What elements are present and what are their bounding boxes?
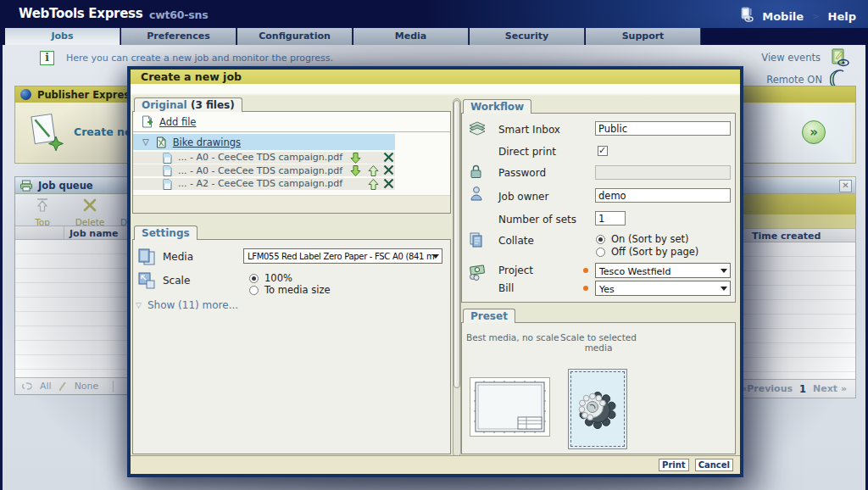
file-name[interactable]: ... - A0 - CeeCee TDS campaign.pdf bbox=[178, 152, 342, 163]
collate-on-label: On (Sort by set) bbox=[611, 233, 689, 245]
radio-media-icon[interactable] bbox=[249, 286, 259, 295]
view-events-link[interactable]: View events bbox=[761, 47, 850, 69]
remove-file-icon[interactable] bbox=[383, 164, 394, 175]
previous-page-link[interactable]: «Previous bbox=[741, 383, 793, 394]
media-select[interactable]: LFM055 Red Label Zero Paper - FSC A0 (84… bbox=[243, 248, 442, 264]
file-group-link[interactable]: Bike drawings bbox=[173, 136, 241, 148]
dialog-scrollbar[interactable] bbox=[453, 98, 461, 457]
password-input bbox=[595, 165, 731, 180]
remove-file-icon[interactable] bbox=[383, 152, 394, 163]
show-more-label: Show (11) more... bbox=[147, 299, 238, 311]
smart-inbox-label: Smart Inbox bbox=[498, 124, 560, 136]
select-arrow-icon bbox=[721, 287, 727, 291]
smart-inbox-input[interactable] bbox=[595, 121, 731, 136]
tab-preferences[interactable]: Preferences bbox=[121, 28, 236, 45]
collate-option-on[interactable]: On (Sort by set) bbox=[596, 233, 689, 245]
top-button[interactable]: Top bbox=[20, 197, 64, 227]
preset-group: Preset Best media, no scale Scale to sel… bbox=[461, 309, 736, 454]
collate-option-off[interactable]: Off (Sort by page) bbox=[596, 246, 698, 258]
select-none-icon bbox=[58, 381, 69, 392]
move-down-icon[interactable] bbox=[349, 164, 362, 177]
number-of-sets-label: Number of sets bbox=[498, 214, 576, 226]
job-queue-title: Job queue bbox=[38, 180, 93, 192]
file-name[interactable]: ... - A2 - CeeCee TDS campaign.pdf bbox=[178, 178, 342, 189]
move-top-icon bbox=[34, 197, 51, 214]
add-file-label: Add file bbox=[159, 116, 196, 128]
file-doc-icon bbox=[163, 153, 172, 164]
job-owner-input[interactable] bbox=[595, 188, 731, 203]
tab-media[interactable]: Media bbox=[353, 28, 469, 45]
tab-security[interactable]: Security bbox=[470, 28, 585, 45]
history-close-icon[interactable]: ✕ bbox=[839, 180, 852, 192]
banner-go-icon[interactable]: » bbox=[802, 120, 826, 144]
cancel-button[interactable]: Cancel bbox=[695, 459, 733, 471]
preset-best-media-thumbnail[interactable] bbox=[470, 377, 550, 437]
bill-select[interactable]: Yes bbox=[595, 281, 731, 296]
file-doc-icon bbox=[163, 165, 172, 176]
number-of-sets-input[interactable] bbox=[595, 211, 626, 226]
preset-scale-thumbnail[interactable] bbox=[568, 369, 627, 449]
add-file-icon bbox=[141, 115, 153, 128]
delete-x-icon bbox=[81, 197, 98, 214]
move-up-icon[interactable] bbox=[367, 164, 380, 177]
scale-icon bbox=[136, 270, 157, 291]
project-select-value: Tesco Westfield bbox=[599, 266, 670, 277]
next-page-link[interactable]: Next » bbox=[813, 383, 847, 394]
tab-configuration[interactable]: Configuration bbox=[237, 28, 353, 45]
time-created-column-header[interactable]: Time created bbox=[752, 231, 821, 242]
collate-label: Collate bbox=[498, 235, 534, 247]
print-button[interactable]: Print bbox=[659, 459, 689, 471]
original-tab-label: Original bbox=[142, 99, 187, 111]
help-link[interactable]: Help bbox=[828, 10, 856, 23]
file-row-3: ... - A2 - CeeCee TDS campaign.pdf bbox=[133, 178, 395, 190]
dialog-title: Create a new job bbox=[131, 70, 740, 84]
settings-group: Settings Media LFM055 Red Label Zero Pap… bbox=[132, 226, 451, 454]
file-group-row[interactable]: ▽ Bike drawings bbox=[133, 134, 395, 150]
original-file-count: (3 files) bbox=[191, 99, 235, 111]
scrollbar-thumb[interactable] bbox=[453, 100, 460, 388]
select-arrow-icon bbox=[432, 254, 439, 259]
select-all-link[interactable]: All bbox=[40, 381, 52, 392]
collate-icon bbox=[468, 231, 487, 250]
tab-support[interactable]: Support bbox=[586, 28, 701, 45]
project-label: Project bbox=[498, 264, 533, 276]
show-more-link[interactable]: ▽ Show (11) more... bbox=[136, 299, 238, 311]
scale-option-media[interactable]: To media size bbox=[249, 284, 331, 296]
top-separator: > bbox=[812, 12, 819, 21]
radio-100-icon[interactable] bbox=[249, 274, 259, 283]
remote-label: Remote ON bbox=[766, 74, 822, 86]
collapse-triangle-icon[interactable]: ▽ bbox=[142, 137, 149, 147]
select-arrow-icon bbox=[721, 269, 727, 273]
info-message: Here you can create a new job and monito… bbox=[66, 53, 333, 64]
file-row-1: ... - A0 - CeeCee TDS campaign.pdf bbox=[133, 152, 395, 164]
app-window: WebTools Express cwt60-sns Mobile > Help… bbox=[0, 0, 868, 490]
job-name-column-header[interactable]: Job name bbox=[70, 228, 119, 239]
file-name[interactable]: ... - A0 - CeeCee TDS campaign.pdf bbox=[178, 165, 342, 176]
project-cost-icon bbox=[467, 263, 488, 281]
smart-inbox-icon bbox=[468, 120, 487, 136]
add-file-link[interactable]: Add file bbox=[133, 112, 450, 131]
original-group-tab: Original (3 files) bbox=[134, 97, 242, 112]
view-events-label: View events bbox=[761, 52, 821, 64]
collate-on-radio-icon[interactable] bbox=[596, 235, 605, 244]
move-down-icon[interactable] bbox=[349, 152, 362, 164]
select-all-icon bbox=[21, 381, 34, 391]
show-more-triangle-icon: ▽ bbox=[136, 301, 142, 309]
job-owner-icon bbox=[470, 186, 483, 202]
direct-print-checkbox[interactable] bbox=[598, 146, 608, 156]
remove-file-icon[interactable] bbox=[383, 178, 394, 189]
preset-tab-label: Preset bbox=[470, 310, 508, 322]
collate-off-radio-icon[interactable] bbox=[596, 248, 605, 257]
workflow-tab-label: Workflow bbox=[470, 101, 524, 113]
mobile-link[interactable]: Mobile bbox=[762, 10, 804, 23]
scale-media-label: To media size bbox=[264, 284, 331, 296]
printer-icon bbox=[19, 180, 33, 192]
move-up-icon[interactable] bbox=[367, 178, 380, 191]
scale-option-100[interactable]: 100% bbox=[249, 272, 292, 284]
delete-button[interactable]: Delete bbox=[68, 197, 112, 227]
settings-group-tab: Settings bbox=[134, 226, 198, 240]
preset-scale-label: Scale to selected media bbox=[557, 332, 640, 353]
tab-jobs[interactable]: Jobs bbox=[5, 28, 120, 45]
project-select[interactable]: Tesco Westfield bbox=[595, 263, 731, 278]
select-none-link[interactable]: None bbox=[75, 381, 99, 392]
